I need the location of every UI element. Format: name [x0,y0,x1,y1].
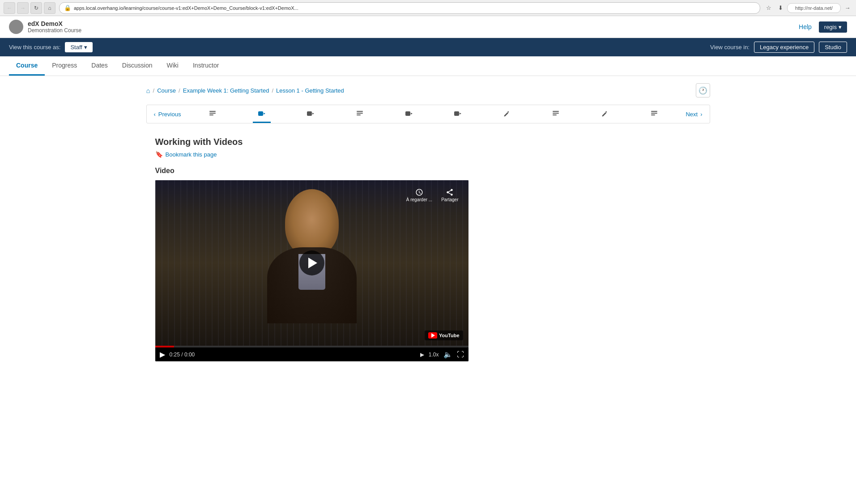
video-progress-fill [155,346,174,347]
browser-nav-buttons: ← → ↻ ⌂ [4,2,55,14]
video-time: 0:25 / 0:00 [170,352,195,358]
top-bar-right: Help regis ▾ [799,21,847,33]
lesson-nav-item-10[interactable] [645,105,663,123]
next-label: Next [686,111,698,118]
svg-rect-7 [357,111,363,112]
lesson-nav-item-2[interactable] [253,105,271,123]
next-chevron: › [700,111,702,118]
prev-label: Previous [158,111,181,118]
play-button[interactable] [299,250,324,275]
staff-label: Staff [70,44,82,51]
svg-marker-4 [264,113,265,114]
legacy-experience-button[interactable]: Legacy experience [754,42,814,53]
lesson-nav-item-5[interactable] [400,105,418,123]
watch-later-button[interactable]: À regarder ... [402,186,437,205]
lesson-nav-item-4[interactable] [351,105,369,123]
home-button[interactable]: ⌂ [44,2,55,14]
nav-tabs: Course Progress Dates Discussion Wiki In… [0,56,856,76]
svg-rect-12 [454,111,459,116]
breadcrumb-lesson[interactable]: Lesson 1 - Getting Started [276,87,344,94]
tab-instructor[interactable]: Instructor [186,56,226,76]
tab-discussion[interactable]: Discussion [115,56,160,76]
lesson-nav-item-8[interactable] [547,105,565,123]
sep-1: / [153,87,155,94]
clock-button[interactable]: 🕐 [696,83,710,97]
video-player: À regarder ... Partager YouTube [155,180,468,361]
lesson-nav-item-3[interactable] [302,105,319,123]
svg-rect-15 [553,113,559,114]
tab-wiki[interactable]: Wiki [160,56,186,76]
svg-rect-9 [357,114,361,115]
tab-progress[interactable]: Progress [45,56,84,76]
previous-button[interactable]: ‹ Previous [147,106,188,122]
svg-rect-19 [651,114,655,115]
tab-dates[interactable]: Dates [84,56,115,76]
view-as: View this course as: Staff ▾ [9,42,93,52]
share-button[interactable]: Partager [437,186,463,205]
video-play-control[interactable]: ▶ [160,350,165,359]
svg-marker-11 [411,113,413,114]
youtube-icon [428,332,437,339]
browser-right-icons: ☆ ⬇ http://nr-data.net/ → [764,3,852,13]
brand-text: edX DemoX Demonstration Course [28,20,81,34]
studio-button[interactable]: Studio [819,42,847,53]
video-quality-button[interactable]: ▶ [420,352,424,358]
forward-button[interactable]: → [17,2,29,14]
svg-rect-18 [651,113,657,114]
browser-chrome: ← → ↻ ⌂ 🔒 apps.local.overhang.io/learnin… [0,0,856,16]
address-bar[interactable]: 🔒 apps.local.overhang.io/learning/course… [59,2,760,14]
main-content: ⌂ / Course / Example Week 1: Getting Sta… [137,76,719,373]
bookmark-star-icon[interactable]: ☆ [764,3,774,13]
breadcrumb: ⌂ / Course / Example Week 1: Getting Sta… [146,87,344,94]
content-area: Working with Videos 🔖 Bookmark this page… [146,132,710,366]
top-bar: edX DemoX Demonstration Course Help regi… [0,16,856,38]
brand: edX DemoX Demonstration Course [9,20,81,34]
lesson-nav-item-7[interactable] [498,105,516,123]
lesson-nav-item-6[interactable] [449,105,467,123]
staff-button[interactable]: Staff ▾ [65,42,93,52]
breadcrumb-week[interactable]: Example Week 1: Getting Started [183,87,269,94]
watch-later-label: À regarder ... [406,197,432,202]
video-progress-bar[interactable] [155,346,468,347]
video-fullscreen-button[interactable]: ⛶ [457,351,464,359]
help-link[interactable]: Help [799,23,812,30]
bookmark-link[interactable]: 🔖 Bookmark this page [155,151,701,158]
address-text: apps.local.overhang.io/learning/course/c… [74,5,298,11]
next-button[interactable]: Next › [678,106,709,122]
svg-rect-0 [209,111,216,112]
section-label: Video [155,167,701,175]
reload-button[interactable]: ↻ [30,2,42,14]
user-menu-label: regis [824,24,837,30]
lesson-nav: ‹ Previous [146,105,710,123]
youtube-label: YouTube [439,333,459,338]
brand-logo [9,20,23,34]
course-bar: View this course as: Staff ▾ View course… [0,38,856,56]
user-menu-chevron: ▾ [839,24,842,30]
tab-course[interactable]: Course [9,56,45,76]
lesson-nav-item-9[interactable] [596,105,614,123]
page-title: Working with Videos [155,137,701,147]
view-course-in: View course in: Legacy experience Studio [710,42,847,53]
youtube-logo: YouTube [425,330,463,340]
nr-data-address[interactable]: http://nr-data.net/ [787,3,841,13]
video-thumbnail[interactable]: À regarder ... Partager YouTube [155,180,468,346]
svg-marker-6 [312,113,314,114]
svg-rect-8 [357,113,363,114]
video-overlay-controls: À regarder ... Partager [402,186,463,205]
user-menu[interactable]: regis ▾ [819,21,847,33]
video-volume-button[interactable]: 🔈 [443,350,452,359]
video-speed[interactable]: 1.0x [429,352,439,358]
sep-3: / [272,87,273,94]
download-icon[interactable]: ⬇ [775,3,785,13]
prev-chevron: ‹ [154,111,156,118]
bookmark-label: Bookmark this page [166,151,217,158]
svg-rect-2 [209,114,213,115]
video-current-time: 0:25 [170,352,180,358]
breadcrumb-course[interactable]: Course [157,87,176,94]
svg-rect-14 [553,111,559,112]
lesson-nav-item-1[interactable] [204,105,221,123]
svg-rect-16 [553,114,557,115]
back-button[interactable]: ← [4,2,15,14]
svg-rect-17 [651,111,657,112]
go-button[interactable]: → [843,3,852,13]
